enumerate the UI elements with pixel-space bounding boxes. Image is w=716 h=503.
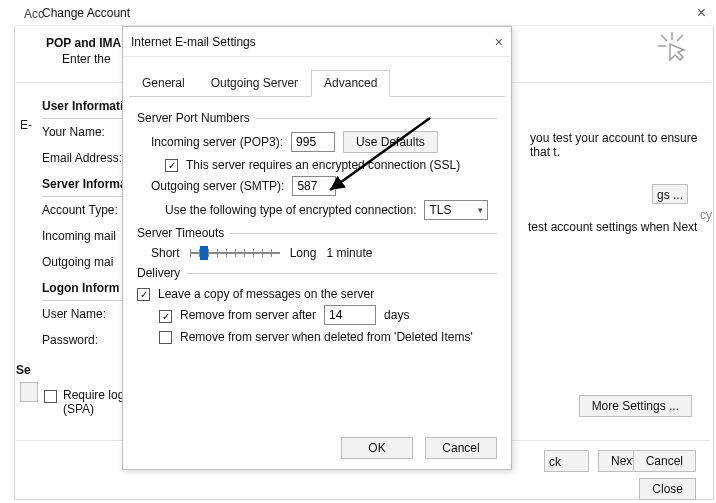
short-label: Short <box>151 246 180 260</box>
delivery-label: Delivery <box>137 266 180 280</box>
tab-general[interactable]: General <box>129 70 198 97</box>
back-button-cut[interactable]: ck <box>544 450 589 472</box>
outer-subheading: Enter the <box>62 52 111 66</box>
truncated-e-label: E- <box>20 118 32 132</box>
settings-prefix: Se <box>16 363 31 377</box>
cursor-click-icon <box>656 30 688 62</box>
server-timeouts-label: Server Timeouts <box>137 226 224 240</box>
require-spa-checkbox[interactable]: Require log (SPA) <box>44 388 133 416</box>
parent-label: Acc <box>24 7 44 21</box>
button-cut-left[interactable] <box>20 382 38 402</box>
outgoing-port-input[interactable] <box>292 176 336 196</box>
leave-copy-label: Leave a copy of messages on the server <box>158 287 374 301</box>
outgoing-server-label: Outgoing server (SMTP): <box>151 179 284 193</box>
outer-heading: POP and IMA <box>46 36 121 50</box>
dialog-close-icon[interactable]: × <box>495 34 503 50</box>
encryption-label: Use the following type of encrypted conn… <box>165 203 416 217</box>
dialog-title: Internet E-mail Settings <box>131 35 256 49</box>
incoming-port-input[interactable] <box>291 132 335 152</box>
tab-advanced[interactable]: Advanced <box>311 70 390 97</box>
dialog-titlebar: Internet E-mail Settings × <box>123 27 511 57</box>
server-ports-label: Server Port Numbers <box>137 111 250 125</box>
incoming-server-label: Incoming server (POP3): <box>151 135 283 149</box>
divider-icon <box>186 273 497 274</box>
email-settings-dialog: Internet E-mail Settings × General Outgo… <box>122 26 512 470</box>
remove-deleted-label: Remove from server when deleted from 'De… <box>180 330 473 344</box>
remove-days-input[interactable] <box>324 305 376 325</box>
remove-deleted-checkbox[interactable] <box>159 331 172 344</box>
next-test-text: test account settings when Next <box>528 220 708 234</box>
svg-line-3 <box>677 35 683 41</box>
days-label: days <box>384 308 409 322</box>
more-settings-button[interactable]: More Settings ... <box>579 395 692 417</box>
server-ports-group: Server Port Numbers <box>137 111 497 125</box>
ssl-label: This server requires an encrypted connec… <box>186 158 460 172</box>
test-account-text: you test your account to ensure that t. <box>530 131 708 159</box>
tab-outgoing-server[interactable]: Outgoing Server <box>198 70 311 97</box>
timeout-value: 1 minute <box>326 246 372 260</box>
timeout-slider[interactable] <box>190 252 280 254</box>
settings-button-cut[interactable]: gs ... <box>652 184 688 204</box>
divider-icon <box>230 233 497 234</box>
chevron-down-icon: ▾ <box>478 205 483 215</box>
checkbox-icon <box>44 390 57 403</box>
ssl-checkbox[interactable] <box>165 159 178 172</box>
tabs: General Outgoing Server Advanced <box>129 69 505 97</box>
server-timeouts-group: Server Timeouts <box>137 226 497 240</box>
delivery-group: Delivery <box>137 266 497 280</box>
outer-cancel-button[interactable]: Cancel <box>633 450 696 472</box>
slider-thumb-icon <box>200 246 208 260</box>
ok-button[interactable]: OK <box>341 437 413 459</box>
long-label: Long <box>290 246 317 260</box>
outer-titlebar: Change Account × <box>14 0 714 26</box>
encryption-select[interactable]: TLS ▾ <box>424 200 488 220</box>
remove-after-label: Remove from server after <box>180 308 316 322</box>
cancel-button[interactable]: Cancel <box>425 437 497 459</box>
remove-after-checkbox[interactable] <box>159 310 172 323</box>
encryption-value: TLS <box>429 203 451 217</box>
dialog-body: Server Port Numbers Incoming server (POP… <box>123 97 511 356</box>
use-defaults-button[interactable]: Use Defaults <box>343 131 438 153</box>
divider-icon <box>256 118 497 119</box>
outer-close-icon[interactable]: × <box>697 4 706 22</box>
outer-close-button[interactable]: Close <box>639 478 696 500</box>
outer-title: Change Account <box>42 6 130 20</box>
dialog-buttons: OK Cancel <box>341 437 497 459</box>
svg-line-2 <box>661 35 667 41</box>
leave-copy-checkbox[interactable] <box>137 288 150 301</box>
